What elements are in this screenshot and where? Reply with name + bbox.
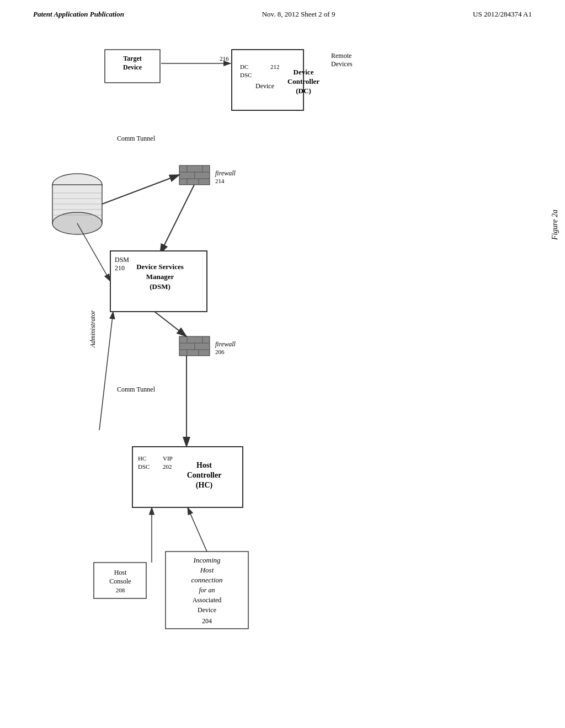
svg-text:(DC): (DC) (296, 87, 311, 95)
svg-text:Devices: Devices (331, 60, 353, 68)
svg-text:firewall: firewall (215, 169, 236, 177)
diagram-svg: Target Device DC DSC 212 Device Device C… (33, 44, 508, 695)
svg-text:214: 214 (215, 178, 225, 184)
svg-text:VIP: VIP (163, 455, 173, 462)
date-sheet-label: Nov. 8, 2012 Sheet 2 of 9 (262, 10, 335, 19)
svg-text:202: 202 (163, 463, 172, 470)
svg-text:Comm Tunnel: Comm Tunnel (117, 386, 156, 393)
svg-text:firewall: firewall (215, 340, 236, 348)
svg-text:Device: Device (123, 63, 142, 71)
svg-text:Device: Device (198, 606, 216, 614)
svg-text:HC: HC (138, 455, 146, 462)
svg-text:204: 204 (202, 617, 212, 625)
svg-text:Device: Device (294, 68, 314, 76)
publication-label: Patent Application Publication (33, 10, 124, 19)
svg-text:Console: Console (109, 577, 131, 585)
svg-line-34 (102, 175, 179, 204)
svg-text:Host: Host (200, 566, 214, 574)
svg-line-55 (154, 312, 186, 336)
svg-text:210: 210 (115, 264, 125, 272)
svg-line-79 (188, 507, 207, 552)
svg-text:(DSM): (DSM) (150, 282, 170, 291)
svg-text:Comm Tunnel: Comm Tunnel (117, 135, 156, 142)
svg-text:216: 216 (220, 55, 229, 62)
svg-text:206: 206 (215, 349, 225, 355)
svg-text:Controller: Controller (287, 77, 319, 85)
diagram-area: Target Device DC DSC 212 Device Device C… (33, 44, 530, 706)
svg-text:DC: DC (240, 63, 248, 70)
svg-text:Associated: Associated (193, 596, 222, 604)
svg-line-35 (160, 185, 194, 254)
page-header: Patent Application Publication Nov. 8, 2… (0, 0, 565, 19)
svg-text:DSM: DSM (115, 256, 129, 264)
svg-text:Remote: Remote (331, 52, 351, 60)
svg-text:(HC): (HC) (196, 481, 213, 490)
patent-number-label: US 2012/284374 A1 (473, 10, 532, 19)
svg-text:DSC: DSC (240, 72, 252, 78)
svg-text:208: 208 (116, 587, 125, 593)
svg-text:Target: Target (123, 55, 142, 62)
svg-text:Device Services: Device Services (136, 263, 184, 271)
svg-text:Manager: Manager (146, 272, 174, 281)
figure-label: Figure 2a (551, 210, 559, 240)
svg-text:for an: for an (199, 586, 215, 594)
svg-text:Incoming: Incoming (193, 556, 221, 564)
svg-text:Host: Host (114, 569, 127, 576)
svg-text:Host: Host (196, 461, 212, 469)
svg-line-42 (77, 223, 110, 281)
svg-text:DSC: DSC (138, 463, 150, 470)
svg-text:Administrator: Administrator (89, 310, 97, 348)
svg-line-57 (99, 312, 113, 430)
svg-text:Controller: Controller (187, 471, 222, 479)
svg-text:connection: connection (191, 576, 222, 584)
svg-text:212: 212 (270, 63, 280, 70)
svg-text:Device: Device (255, 82, 274, 90)
